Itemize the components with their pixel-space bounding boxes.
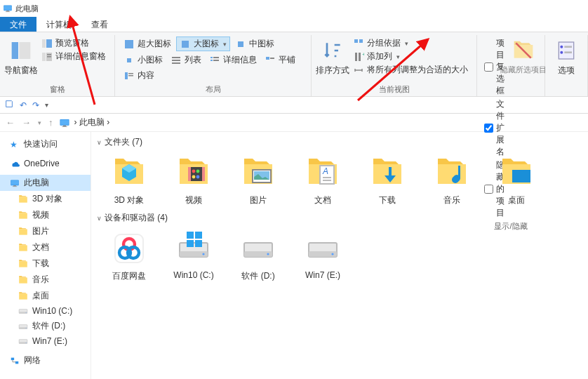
svg-rect-15 xyxy=(125,40,133,48)
svg-rect-9 xyxy=(42,39,46,48)
svg-rect-34 xyxy=(359,53,361,61)
item-3d-objects[interactable]: 3D 对象 xyxy=(97,151,161,211)
breadcrumb[interactable]: › 此电脑 › xyxy=(74,117,110,128)
sidebar-item-3d[interactable]: 3D 对象 xyxy=(0,191,91,207)
sidebar-item-win10[interactable]: Win10 (C:) xyxy=(0,304,91,318)
svg-point-47 xyxy=(192,170,196,173)
svg-point-49 xyxy=(192,175,196,179)
item-baidu[interactable]: 百度网盘 xyxy=(97,227,161,286)
layout-sm-button[interactable]: 小图标 xyxy=(121,53,166,67)
qat-save-icon[interactable] xyxy=(4,99,14,111)
ribbon-group-showhide: 项目复选框 文件扩展名 隐藏的项目 隐藏所选项目 显示/隐藏 xyxy=(477,35,545,96)
sidebar-item-soft[interactable]: 软件 (D:) xyxy=(0,318,91,334)
nav-forward-icon[interactable]: → xyxy=(20,117,32,128)
layout-list-button[interactable]: 列表 xyxy=(168,53,204,67)
sidebar-item-desktop[interactable]: 桌面 xyxy=(0,288,91,304)
add-columns-button[interactable]: +添加列▾ xyxy=(350,50,471,63)
hide-selected-button[interactable]: 隐藏所选项目 xyxy=(508,36,539,220)
qat-undo-icon[interactable]: ↶ xyxy=(20,100,27,110)
group-layout-label: 布局 xyxy=(121,83,305,96)
ribbon-tabs: 文件 计算机 查看 xyxy=(0,17,588,32)
svg-rect-7 xyxy=(12,42,18,59)
svg-rect-29 xyxy=(128,73,133,74)
chevron-down-icon: ∨ xyxy=(97,215,102,222)
layout-tile-button[interactable]: 平铺 xyxy=(262,53,298,67)
sidebar-quick-access[interactable]: ★快速访问 xyxy=(0,136,91,152)
layout-details-button[interactable]: 详细信息 xyxy=(206,53,260,67)
svg-rect-46 xyxy=(202,167,205,181)
svg-rect-56 xyxy=(323,180,331,181)
ribbon-group-options: 选项 xyxy=(545,35,588,96)
svg-point-50 xyxy=(196,175,200,179)
item-downloads[interactable]: 下载 xyxy=(355,151,420,211)
item-win10-c[interactable]: Win10 (C:) xyxy=(161,227,226,286)
sidebar-network[interactable]: 网络 xyxy=(0,352,91,368)
main-area: ★快速访问 OneDrive 此电脑 3D 对象 视频 图片 文档 下载 音乐 … xyxy=(0,132,588,379)
nav-pane-button[interactable]: 导航窗格 xyxy=(6,36,36,77)
svg-rect-14 xyxy=(47,56,51,58)
svg-rect-43 xyxy=(15,361,18,364)
svg-point-57 xyxy=(452,176,459,183)
item-documents[interactable]: A 文档 xyxy=(290,151,355,211)
item-music[interactable]: 音乐 xyxy=(420,151,484,211)
svg-rect-32 xyxy=(359,39,363,43)
svg-rect-31 xyxy=(354,39,358,43)
svg-rect-42 xyxy=(11,357,14,360)
sort-by-button[interactable]: 排序方式 xyxy=(317,36,348,77)
item-videos[interactable]: 视频 xyxy=(161,151,226,211)
svg-point-39 xyxy=(560,51,563,54)
sidebar-item-pics[interactable]: 图片 xyxy=(0,223,91,239)
sidebar-item-win7[interactable]: Win7 (E:) xyxy=(0,334,91,348)
svg-text:+: + xyxy=(362,51,364,58)
window-titlebar: 此电脑 xyxy=(0,0,588,17)
item-soft-d[interactable]: 软件 (D:) xyxy=(226,227,290,286)
layout-xl-button[interactable]: 超大图标 xyxy=(121,36,174,51)
svg-rect-28 xyxy=(125,72,128,79)
nav-up-icon[interactable]: ↑ xyxy=(47,117,55,128)
svg-rect-17 xyxy=(238,41,243,47)
preview-pane-button[interactable]: 预览窗格 xyxy=(39,36,109,50)
layout-content-button[interactable]: 内容 xyxy=(121,69,157,82)
sidebar-item-dl[interactable]: 下载 xyxy=(0,255,91,272)
chevron-down-icon: ∨ xyxy=(97,139,102,146)
svg-rect-22 xyxy=(211,57,213,58)
details-pane-button[interactable]: 详细信息窗格 xyxy=(39,50,109,63)
sidebar-item-video[interactable]: 视频 xyxy=(0,207,91,223)
sidebar-item-docs[interactable]: 文档 xyxy=(0,239,91,255)
svg-rect-24 xyxy=(211,60,213,61)
svg-point-48 xyxy=(196,170,200,173)
options-button[interactable]: 选项 xyxy=(551,36,582,77)
size-columns-button[interactable]: 将所有列调整为合适的大小 xyxy=(350,63,471,77)
svg-rect-21 xyxy=(172,62,180,64)
svg-rect-25 xyxy=(213,60,219,61)
nav-back-icon[interactable]: ← xyxy=(4,117,16,128)
sidebar-this-pc[interactable]: 此电脑 xyxy=(0,175,91,191)
tab-view[interactable]: 查看 xyxy=(81,17,118,32)
svg-rect-55 xyxy=(323,177,331,178)
layout-lg-button[interactable]: 大图标▾ xyxy=(176,36,230,51)
group-by-button[interactable]: 分组依据▾ xyxy=(350,36,471,50)
item-pictures[interactable]: 图片 xyxy=(226,151,290,211)
svg-rect-10 xyxy=(46,39,52,48)
svg-rect-19 xyxy=(172,57,180,58)
sidebar-item-music[interactable]: 音乐 xyxy=(0,272,91,288)
ribbon-group-layout: 超大图标 大图标▾ 中图标 小图标 列表 详细信息 平铺 内容 布局 xyxy=(115,35,312,96)
ribbon-group-current-view: 排序方式 分组依据▾ +添加列▾ 将所有列调整为合适的大小 当前视图 xyxy=(312,35,477,96)
nav-history-icon[interactable]: ▾ xyxy=(36,119,43,126)
pc-icon xyxy=(59,117,70,128)
pc-icon xyxy=(3,4,13,13)
tab-file[interactable]: 文件 xyxy=(0,17,36,32)
svg-rect-23 xyxy=(213,57,219,58)
sidebar-onedrive[interactable]: OneDrive xyxy=(0,157,91,171)
chevron-down-icon: ▾ xyxy=(223,41,227,48)
qat-redo-icon[interactable]: ↷ xyxy=(32,100,39,110)
svg-rect-33 xyxy=(355,53,357,61)
item-win7-e[interactable]: Win7 (E:) xyxy=(290,227,355,286)
qat-dropdown-icon[interactable]: ▾ xyxy=(45,101,48,109)
group-curview-label: 当前视图 xyxy=(317,83,471,96)
drives-grid: 百度网盘 Win10 (C:) 软件 (D:) Win7 (E:) xyxy=(97,227,582,286)
tab-computer[interactable]: 计算机 xyxy=(36,17,81,32)
layout-md-button[interactable]: 中图标 xyxy=(232,36,277,51)
svg-rect-36 xyxy=(559,42,573,59)
svg-rect-16 xyxy=(182,41,189,48)
